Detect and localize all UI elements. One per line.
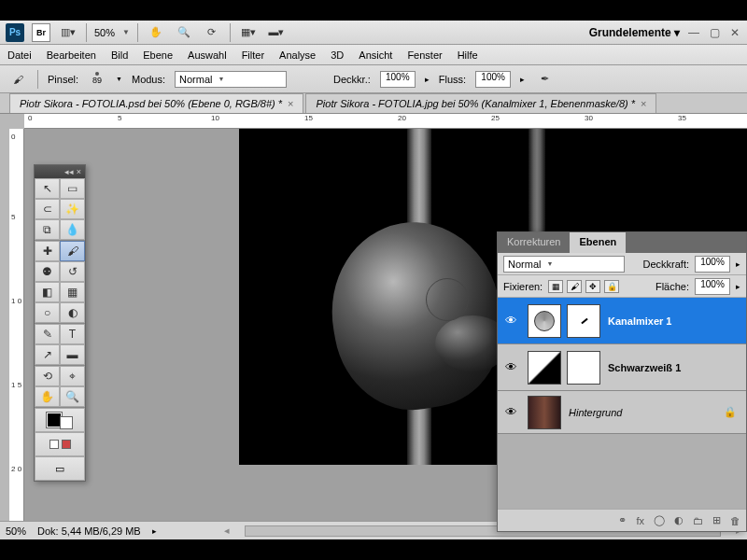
- blend-mode-dropdown[interactable]: Normal: [503, 256, 625, 273]
- visibility-icon[interactable]: 👁: [498, 314, 524, 328]
- layer-opacity-input[interactable]: 100%: [695, 256, 730, 273]
- brush-tool-icon[interactable]: 🖌: [60, 241, 85, 261]
- type-tool-icon[interactable]: T: [60, 324, 85, 344]
- visibility-icon[interactable]: 👁: [498, 405, 524, 419]
- adjustment-layer-icon[interactable]: ◐: [674, 514, 684, 526]
- menu-datei[interactable]: Datei: [7, 49, 32, 61]
- healing-tool-icon[interactable]: ✚: [35, 241, 60, 261]
- eraser-tool-icon[interactable]: ◧: [35, 282, 60, 302]
- layer-mask-icon[interactable]: ◯: [654, 514, 665, 526]
- delete-layer-icon[interactable]: 🗑: [730, 515, 740, 526]
- ruler-horizontal[interactable]: 0 5 10 15 20 25 30 35: [24, 114, 747, 129]
- adjustment-thumb-icon[interactable]: [528, 304, 561, 338]
- hand-tool-icon[interactable]: ✋: [35, 386, 60, 407]
- close-button[interactable]: ✕: [728, 26, 741, 39]
- screen-mode-button[interactable]: ▭: [35, 456, 85, 481]
- opacity-label: Deckkr.:: [333, 74, 371, 85]
- lock-transparent-icon[interactable]: ▦: [548, 280, 563, 293]
- 3d-tool-icon[interactable]: ⟲: [35, 366, 60, 386]
- menu-ansicht[interactable]: Ansicht: [359, 49, 392, 61]
- lasso-tool-icon[interactable]: ⊂: [35, 199, 60, 219]
- marquee-tool-icon[interactable]: ▭: [60, 178, 85, 199]
- layer-row[interactable]: 👁 Schwarzweiß 1: [498, 344, 746, 391]
- menu-bild[interactable]: Bild: [111, 49, 128, 61]
- history-brush-icon[interactable]: ↺: [60, 261, 85, 282]
- zoom-tool-icon[interactable]: 🔍: [60, 386, 85, 407]
- quick-mask[interactable]: [35, 432, 85, 456]
- menu-fenster[interactable]: Fenster: [407, 49, 442, 61]
- zoom-display[interactable]: 50%: [94, 27, 115, 38]
- lock-all-icon[interactable]: 🔒: [604, 280, 619, 293]
- close-icon[interactable]: ×: [288, 98, 293, 109]
- brush-tool-icon[interactable]: 🖌: [7, 70, 28, 89]
- layer-style-icon[interactable]: fx: [636, 515, 644, 526]
- close-icon[interactable]: ×: [641, 98, 646, 109]
- layer-fill-input[interactable]: 100%: [695, 278, 730, 295]
- zoom-status[interactable]: 50%: [6, 525, 26, 537]
- shape-tool-icon[interactable]: ▬: [60, 344, 85, 365]
- crop-tool-icon[interactable]: ⧉: [35, 219, 60, 240]
- mask-thumb-icon[interactable]: [567, 351, 600, 385]
- new-layer-icon[interactable]: ⊞: [712, 514, 721, 526]
- blur-tool-icon[interactable]: ○: [35, 302, 60, 323]
- brush-label: Pinsel:: [48, 74, 78, 85]
- doc-tab-2[interactable]: Piotr Sikora - FOTOLIA.jpg bei 50% (Kana…: [305, 93, 656, 113]
- stamp-tool-icon[interactable]: ⚉: [35, 261, 60, 282]
- menu-hilfe[interactable]: Hilfe: [458, 49, 478, 61]
- dodge-tool-icon[interactable]: ◐: [60, 302, 85, 323]
- group-icon[interactable]: 🗀: [693, 515, 703, 526]
- eyedropper-tool-icon[interactable]: 💧: [60, 219, 85, 240]
- move-tool-icon[interactable]: ↖: [35, 178, 60, 199]
- tab-layers[interactable]: Ebenen: [570, 232, 626, 253]
- toolbox-header[interactable]: ◂◂×: [35, 165, 85, 178]
- hand-tool-icon[interactable]: ✋: [146, 23, 166, 42]
- gradient-tool-icon[interactable]: ▦: [60, 282, 85, 302]
- doc-size-status[interactable]: Dok: 5,44 MB/6,29 MB: [37, 525, 141, 537]
- layer-row[interactable]: 👁 Hintergrund 🔒: [498, 391, 746, 434]
- layout-dropdown[interactable]: ▥▾: [58, 23, 78, 42]
- menu-3d[interactable]: 3D: [331, 49, 344, 61]
- color-swatches[interactable]: [35, 408, 85, 432]
- menu-analyse[interactable]: Analyse: [279, 49, 316, 61]
- titlebar: Ps Br ▥▾ 50% ▼ ✋ 🔍 ⟳ ▦▾ ▬▾ Grundelemente…: [0, 21, 747, 45]
- layers-panel: Korrekturen Ebenen Normal Deckkraft: 100…: [497, 231, 747, 532]
- wand-tool-icon[interactable]: ✨: [60, 199, 85, 219]
- arrange-dropdown[interactable]: ▦▾: [238, 23, 259, 42]
- doc-tab-1[interactable]: Piotr Sikora - FOTOLIA.psd bei 50% (Eben…: [9, 93, 303, 113]
- flow-input[interactable]: 100%: [475, 71, 511, 88]
- layer-row[interactable]: 👁 Kanalmixer 1: [498, 298, 746, 344]
- menu-ebene[interactable]: Ebene: [143, 49, 173, 61]
- rotate-view-icon[interactable]: ⟳: [202, 23, 222, 42]
- opacity-label: Deckkraft:: [642, 259, 689, 270]
- airbrush-icon[interactable]: ✒: [534, 70, 555, 89]
- mask-thumb-icon[interactable]: [567, 304, 600, 338]
- zoom-tool-icon[interactable]: 🔍: [174, 23, 194, 42]
- tab-corrections[interactable]: Korrekturen: [498, 232, 570, 253]
- menu-bearbeiten[interactable]: Bearbeiten: [47, 49, 96, 61]
- screen-mode-dropdown[interactable]: ▬▾: [266, 23, 287, 42]
- maximize-button[interactable]: ▢: [708, 26, 721, 39]
- lock-position-icon[interactable]: ✥: [585, 280, 600, 293]
- lock-pixels-icon[interactable]: 🖌: [567, 280, 582, 293]
- layer-thumb-icon[interactable]: [528, 396, 561, 429]
- lock-label: Fixieren:: [503, 281, 543, 292]
- app-icon: Ps: [6, 23, 24, 42]
- brush-cursor: [426, 278, 469, 321]
- menu-auswahl[interactable]: Auswahl: [188, 49, 227, 61]
- bridge-icon[interactable]: Br: [32, 23, 50, 42]
- opacity-input[interactable]: 100%: [380, 71, 416, 88]
- workspace-switcher[interactable]: Grundelemente ▾: [589, 26, 680, 39]
- adjustment-thumb-icon[interactable]: [528, 351, 561, 385]
- app-window: Ps Br ▥▾ 50% ▼ ✋ 🔍 ⟳ ▦▾ ▬▾ Grundelemente…: [0, 21, 747, 539]
- visibility-icon[interactable]: 👁: [498, 360, 524, 374]
- 3d-camera-icon[interactable]: ⌖: [60, 366, 85, 386]
- path-select-icon[interactable]: ↗: [35, 344, 60, 365]
- mode-dropdown[interactable]: Normal: [175, 71, 287, 88]
- document-tabs: Piotr Sikora - FOTOLIA.psd bei 50% (Eben…: [0, 93, 747, 114]
- pen-tool-icon[interactable]: ✎: [35, 324, 60, 344]
- link-layers-icon[interactable]: ⚭: [618, 514, 627, 526]
- brush-preview[interactable]: 89: [88, 70, 106, 89]
- minimize-button[interactable]: —: [687, 26, 700, 39]
- menu-filter[interactable]: Filter: [242, 49, 264, 61]
- ruler-vertical[interactable]: 0 5 1 0 1 5 2 0: [9, 129, 24, 521]
